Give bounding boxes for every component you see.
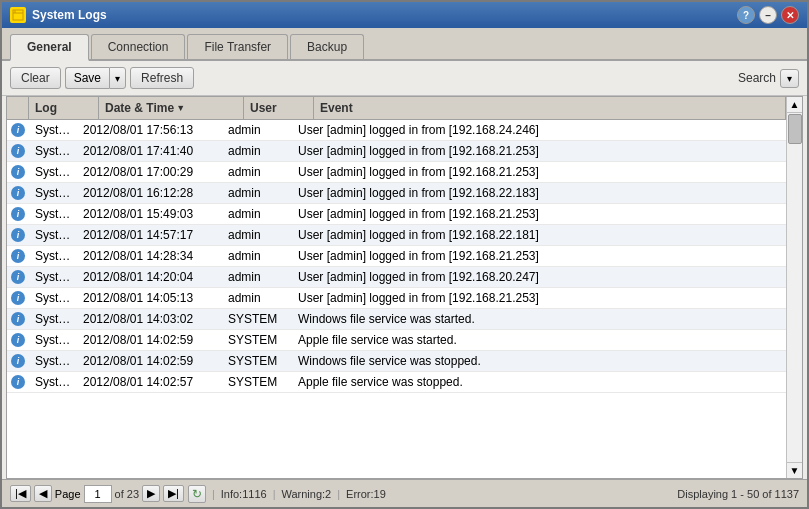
table-header: Log Date & Time ▼ User Event [7, 97, 786, 120]
info-icon: i [11, 291, 25, 305]
status-refresh-button[interactable]: ↻ [188, 485, 206, 503]
row-date: 2012/08/01 14:28:34 [77, 246, 222, 266]
row-date: 2012/08/01 14:03:02 [77, 309, 222, 329]
info-icon: i [11, 186, 25, 200]
row-icon: i [7, 204, 29, 224]
tab-connection[interactable]: Connection [91, 34, 186, 59]
search-box: Search ▾ [738, 69, 799, 88]
title-bar-left: System Logs [10, 7, 107, 23]
save-button-group: Save ▾ [65, 67, 126, 89]
row-log: System [29, 204, 77, 224]
table-body: i System 2012/08/01 17:56:13 admin User … [7, 120, 786, 478]
title-bar: System Logs ? – ✕ [2, 2, 807, 28]
table-row[interactable]: i System 2012/08/01 14:05:13 admin User … [7, 288, 786, 309]
info-icon: i [11, 270, 25, 284]
table-row[interactable]: i System 2012/08/01 17:56:13 admin User … [7, 120, 786, 141]
row-date: 2012/08/01 14:02:59 [77, 330, 222, 350]
first-page-button[interactable]: |◀ [10, 485, 31, 502]
page-input[interactable] [84, 485, 112, 503]
row-icon: i [7, 330, 29, 350]
error-count: Error:19 [346, 488, 386, 500]
row-icon: i [7, 225, 29, 245]
scroll-up-button[interactable]: ▲ [787, 97, 802, 113]
sort-arrow-icon: ▼ [176, 103, 185, 113]
row-log: System [29, 120, 77, 140]
table-row[interactable]: i System 2012/08/01 14:28:34 admin User … [7, 246, 786, 267]
row-log: System [29, 372, 77, 392]
row-event: User [admin] logged in from [192.168.22.… [292, 183, 786, 203]
row-event: Apple file service was stopped. [292, 372, 786, 392]
close-button[interactable]: ✕ [781, 6, 799, 24]
row-icon: i [7, 372, 29, 392]
window-icon [10, 7, 26, 23]
table-row[interactable]: i System 2012/08/01 14:02:59 SYSTEM Appl… [7, 330, 786, 351]
row-icon: i [7, 120, 29, 140]
tab-general[interactable]: General [10, 34, 89, 61]
row-log: System [29, 246, 77, 266]
scroll-track [787, 113, 802, 462]
row-icon: i [7, 183, 29, 203]
row-event: User [admin] logged in from [192.168.21.… [292, 288, 786, 308]
row-icon: i [7, 351, 29, 371]
table-row[interactable]: i System 2012/08/01 14:02:59 SYSTEM Wind… [7, 351, 786, 372]
table-row[interactable]: i System 2012/08/01 14:57:17 admin User … [7, 225, 786, 246]
scroll-down-button[interactable]: ▼ [787, 462, 802, 478]
save-button[interactable]: Save [65, 67, 109, 89]
info-icon: i [11, 123, 25, 137]
save-dropdown-button[interactable]: ▾ [109, 67, 126, 89]
row-log: System [29, 162, 77, 182]
status-bar: |◀ ◀ Page of 23 ▶ ▶| ↻ | Info:1116 | War… [2, 479, 807, 507]
row-icon: i [7, 288, 29, 308]
search-dropdown-button[interactable]: ▾ [780, 69, 799, 88]
table-row[interactable]: i System 2012/08/01 16:12:28 admin User … [7, 183, 786, 204]
row-event: User [admin] logged in from [192.168.24.… [292, 120, 786, 140]
th-date[interactable]: Date & Time ▼ [99, 97, 244, 119]
row-date: 2012/08/01 14:02:59 [77, 351, 222, 371]
row-date: 2012/08/01 14:57:17 [77, 225, 222, 245]
prev-page-button[interactable]: ◀ [34, 485, 52, 502]
row-user: admin [222, 288, 292, 308]
row-event: User [admin] logged in from [192.168.20.… [292, 267, 786, 287]
row-event: User [admin] logged in from [192.168.21.… [292, 141, 786, 161]
row-user: SYSTEM [222, 372, 292, 392]
sep1: | [212, 488, 215, 500]
row-event: User [admin] logged in from [192.168.21.… [292, 246, 786, 266]
row-log: System [29, 225, 77, 245]
table-row[interactable]: i System 2012/08/01 17:00:29 admin User … [7, 162, 786, 183]
row-user: admin [222, 204, 292, 224]
page-label: Page [55, 488, 81, 500]
scrollbar[interactable]: ▲ ▼ [786, 97, 802, 478]
clear-button[interactable]: Clear [10, 67, 61, 89]
sep3: | [337, 488, 340, 500]
row-user: admin [222, 267, 292, 287]
row-user: admin [222, 246, 292, 266]
minimize-button[interactable]: – [759, 6, 777, 24]
table-row[interactable]: i System 2012/08/01 17:41:40 admin User … [7, 141, 786, 162]
main-window: System Logs ? – ✕ General Connection Fil… [0, 0, 809, 509]
table-row[interactable]: i System 2012/08/01 14:02:57 SYSTEM Appl… [7, 372, 786, 393]
row-log: System [29, 183, 77, 203]
toolbar: Clear Save ▾ Refresh Search ▾ [2, 61, 807, 96]
info-icon: i [11, 312, 25, 326]
row-date: 2012/08/01 14:05:13 [77, 288, 222, 308]
info-icon: i [11, 207, 25, 221]
row-icon: i [7, 309, 29, 329]
warning-count: Warning:2 [281, 488, 331, 500]
refresh-button[interactable]: Refresh [130, 67, 194, 89]
table-row[interactable]: i System 2012/08/01 14:03:02 SYSTEM Wind… [7, 309, 786, 330]
scroll-thumb[interactable] [788, 114, 802, 144]
tab-backup[interactable]: Backup [290, 34, 364, 59]
table-row[interactable]: i System 2012/08/01 15:49:03 admin User … [7, 204, 786, 225]
row-icon: i [7, 141, 29, 161]
row-log: System [29, 351, 77, 371]
tab-file-transfer[interactable]: File Transfer [187, 34, 288, 59]
table-row[interactable]: i System 2012/08/01 14:20:04 admin User … [7, 267, 786, 288]
row-icon: i [7, 267, 29, 287]
page-navigation: |◀ ◀ Page of 23 ▶ ▶| [10, 485, 184, 503]
row-user: admin [222, 183, 292, 203]
last-page-button[interactable]: ▶| [163, 485, 184, 502]
info-count: Info:1116 [221, 488, 267, 500]
row-date: 2012/08/01 17:00:29 [77, 162, 222, 182]
help-button[interactable]: ? [737, 6, 755, 24]
next-page-button[interactable]: ▶ [142, 485, 160, 502]
